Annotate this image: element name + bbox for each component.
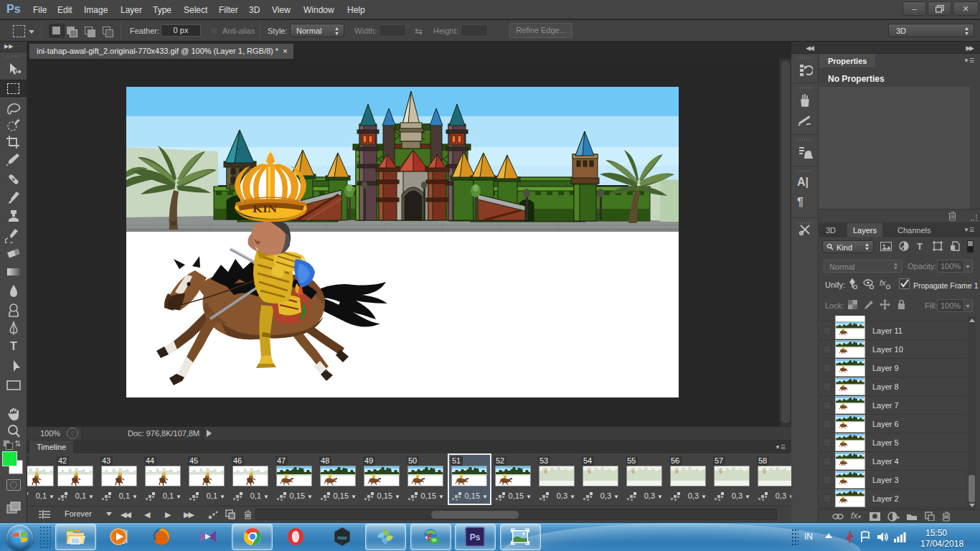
svg-text:KIN: KIN: [253, 204, 277, 215]
svg-text:Ps: Ps: [470, 532, 481, 542]
svg-text:nox: nox: [338, 534, 347, 541]
